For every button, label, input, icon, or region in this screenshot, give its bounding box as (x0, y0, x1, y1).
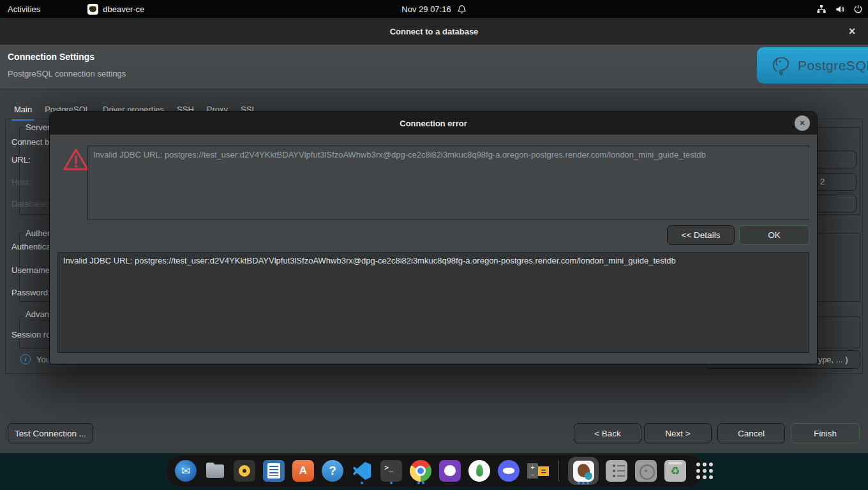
database-input[interactable] (814, 195, 857, 212)
connect-by-label: Connect by: (11, 137, 56, 147)
window-title: Connect to a database (390, 27, 479, 36)
postgresql-elephant-icon (770, 53, 794, 78)
username-label: Username: (11, 265, 52, 275)
connect-database-window: Connect to a database × Connection Setti… (0, 18, 868, 453)
terminal-icon[interactable]: >_ (380, 458, 403, 484)
password-label: Password: (11, 288, 50, 297)
clock-label: Nov 29 07:16 (401, 4, 451, 14)
url-input[interactable] (814, 151, 857, 168)
page-subtitle: PostgreSQL connection settings (8, 69, 126, 78)
postgresql-logo: PostgreSQL (757, 47, 868, 84)
activities-label: Activities (8, 4, 40, 14)
host-label: Host: (11, 177, 31, 187)
info-icon: i (20, 354, 31, 364)
postgresql-logo-text: PostgreSQL (798, 58, 868, 73)
database-label: Database: (11, 199, 49, 209)
port-input[interactable]: 2 (814, 173, 857, 191)
dialog-close-button[interactable]: ✕ (795, 115, 810, 131)
error-message-text: Invalid JDBC URL: postgres://test_user:d… (93, 150, 706, 160)
test-connection-button[interactable]: Test Connection ... (8, 423, 93, 443)
error-details-area[interactable]: Invalid JDBC URL: postgres://test_user:d… (57, 252, 809, 353)
vscode-icon[interactable] (350, 458, 373, 484)
thunderbird-icon[interactable]: ✉ (174, 458, 197, 484)
focused-app-label: dbeaver-ce (103, 4, 144, 14)
details-button[interactable]: << Details (667, 225, 735, 245)
ubuntu-software-icon[interactable]: A (292, 458, 315, 484)
disks-icon[interactable] (634, 458, 657, 484)
volume-icon (835, 4, 845, 14)
tab-main[interactable]: Main (8, 100, 38, 121)
chrome-icon[interactable] (409, 458, 432, 484)
github-icon[interactable] (438, 458, 461, 484)
next-button[interactable]: Next > (644, 423, 712, 443)
system-status-area[interactable] (816, 0, 863, 18)
dock-separator (558, 460, 559, 482)
page-title: Connection Settings (8, 52, 94, 62)
wizard-header: Connection Settings PostgreSQL connectio… (0, 45, 868, 89)
url-label: URL: (11, 155, 31, 165)
dialog-titlebar[interactable]: Connection error ✕ (50, 112, 817, 135)
finish-button[interactable]: Finish (791, 423, 860, 443)
app-grid-icon[interactable] (693, 458, 716, 484)
dock: ✉ A ? >_ +−= ♻ (166, 454, 703, 487)
dialog-title: Connection error (400, 119, 467, 128)
power-icon (853, 4, 863, 14)
trash-icon[interactable]: ♻ (664, 458, 687, 484)
dbeaver-app-icon (87, 4, 98, 15)
rhythmbox-icon[interactable] (233, 458, 256, 484)
connection-error-dialog: Connection error ✕ Invalid JDBC URL: pos… (50, 112, 817, 364)
help-icon[interactable]: ? (321, 458, 344, 484)
window-close-button[interactable]: × (845, 24, 859, 38)
cancel-button[interactable]: Cancel (717, 423, 785, 443)
window-titlebar[interactable]: Connect to a database × (0, 18, 868, 45)
error-message-box: Invalid JDBC URL: postgres://test_user:d… (87, 145, 809, 220)
server-group-label: Server (23, 122, 52, 132)
back-button[interactable]: < Back (574, 423, 641, 443)
discord-icon[interactable] (497, 458, 520, 484)
focused-app-menu[interactable]: dbeaver-ce (80, 0, 152, 18)
gnome-top-bar: Activities dbeaver-ce Nov 29 07:16 (0, 0, 868, 18)
warning-icon (63, 147, 89, 172)
ok-button[interactable]: OK (739, 225, 809, 245)
preferences-icon[interactable] (605, 458, 628, 484)
files-icon[interactable] (204, 458, 227, 484)
calculator-icon[interactable]: +−= (527, 458, 550, 484)
error-details-text: Invalid JDBC URL: postgres://test_user:d… (63, 256, 676, 265)
notification-bell-icon (457, 4, 467, 14)
network-icon (816, 4, 827, 14)
mongodb-icon[interactable] (468, 458, 491, 484)
dbeaver-icon[interactable] (568, 458, 599, 484)
activities-button[interactable]: Activities (0, 0, 48, 18)
libreoffice-writer-icon[interactable] (262, 458, 285, 484)
